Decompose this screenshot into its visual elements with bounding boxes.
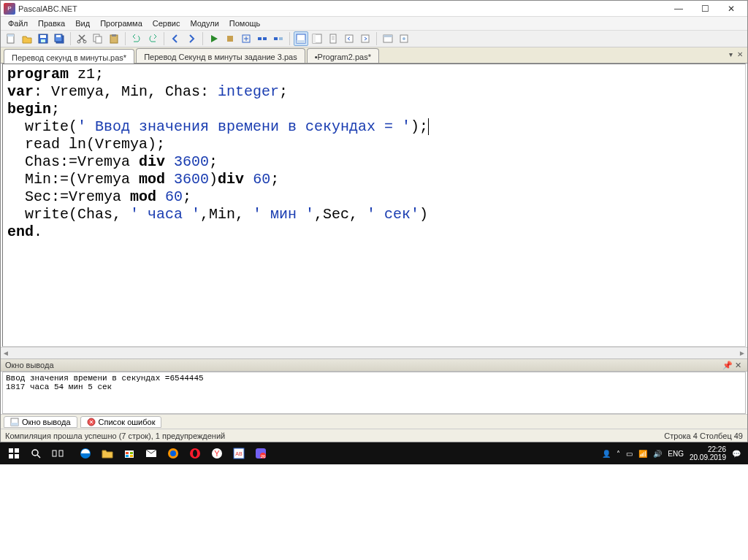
menu-view[interactable]: Вид xyxy=(71,18,94,28)
output-tab-icon xyxy=(10,418,19,426)
tab-label: Окно вывода xyxy=(22,418,71,426)
svg-point-30 xyxy=(402,37,405,40)
tab-dropdown-icon[interactable]: ▾ xyxy=(729,50,733,58)
tab-label: •Program2.pas* xyxy=(315,53,371,61)
menu-program[interactable]: Программа xyxy=(96,18,147,28)
minimize-button[interactable]: — xyxy=(665,1,692,16)
close-panel-icon[interactable]: ✕ xyxy=(733,361,743,370)
svg-point-38 xyxy=(32,450,38,456)
form-icon[interactable] xyxy=(381,31,395,46)
save-all-icon[interactable] xyxy=(52,31,66,46)
editor-hscrollbar[interactable]: ◄ ► xyxy=(1,347,747,358)
code-text: ,Sec, xyxy=(314,206,367,223)
output-line: 1817 часа 54 мин 5 сек xyxy=(6,383,112,391)
toolbar-divider xyxy=(164,32,164,45)
nav-forward-icon[interactable] xyxy=(184,31,199,46)
code-keyword: div xyxy=(218,171,244,188)
open-file-icon[interactable] xyxy=(20,31,34,46)
menu-edit[interactable]: Правка xyxy=(34,18,69,28)
maximize-button[interactable]: ☐ xyxy=(692,1,718,16)
tray-volume-icon[interactable]: 🔊 xyxy=(653,450,662,458)
tab-label: Перевод Секунд в минуты задание 3.pas xyxy=(144,53,297,61)
svg-rect-28 xyxy=(383,35,392,37)
output-panel-header[interactable]: Окно вывода 📌 ✕ xyxy=(1,358,747,372)
tray-battery-icon[interactable]: ▭ xyxy=(626,450,633,458)
tray-network-icon[interactable]: 📶 xyxy=(638,450,647,458)
designer-icon[interactable] xyxy=(397,31,411,46)
step-over-icon[interactable] xyxy=(255,31,270,46)
code-text: ) xyxy=(209,171,218,188)
status-message: Компиляция прошла успешно (7 строк), 1 п… xyxy=(5,431,225,440)
tab-errors[interactable]: Список ошибок xyxy=(80,416,162,428)
output-panel[interactable]: Ввод значения времени в секундах =654444… xyxy=(2,372,746,414)
code-text: : Vremya, Min, Chas: xyxy=(34,83,218,100)
nav-back-icon[interactable] xyxy=(168,31,183,46)
compile-icon[interactable] xyxy=(239,31,253,46)
taskbar-mail[interactable] xyxy=(140,442,162,464)
code-text xyxy=(156,188,165,205)
step-into-icon[interactable] xyxy=(271,31,286,46)
search-icon[interactable] xyxy=(25,442,47,464)
tab-file-3[interactable]: •Program2.pas* xyxy=(307,48,379,63)
close-window-button[interactable]: ✕ xyxy=(718,1,744,16)
task-view-icon[interactable] xyxy=(47,442,69,464)
tab-file-1[interactable]: Перевод секунд в минуты.pas* xyxy=(4,49,134,64)
code-text xyxy=(165,153,174,170)
tab-file-2[interactable]: Перевод Секунд в минуты задание 3.pas xyxy=(136,48,305,63)
scroll-left-icon[interactable]: ◄ xyxy=(2,349,9,357)
taskbar-store[interactable] xyxy=(118,442,140,464)
stop-icon[interactable] xyxy=(223,31,237,46)
taskbar-viber[interactable]: 26 xyxy=(250,442,272,464)
title-bar[interactable]: P PascalABC.NET — ☐ ✕ xyxy=(1,1,747,17)
copy-icon[interactable] xyxy=(91,31,105,46)
tab-output[interactable]: Окно вывода xyxy=(4,416,77,428)
toggle-output-icon[interactable] xyxy=(294,31,308,46)
paste-icon[interactable] xyxy=(107,31,121,46)
svg-rect-44 xyxy=(130,452,133,454)
svg-rect-35 xyxy=(15,448,19,453)
tray-clock[interactable]: 22:26 20.09.2019 xyxy=(690,445,726,461)
cut-icon[interactable] xyxy=(75,31,89,46)
page-icon[interactable] xyxy=(326,31,340,46)
output-line: Ввод значения времени в секундах =654444… xyxy=(6,374,204,383)
tray-notifications-icon[interactable]: 💬 xyxy=(732,450,741,458)
tray-language[interactable]: ENG xyxy=(668,450,684,458)
tab-close-icon[interactable]: ✕ xyxy=(737,50,743,58)
system-tray: 👤 ˄ ▭ 📶 🔊 ENG 22:26 20.09.2019 💬 xyxy=(602,445,745,461)
redo-icon[interactable] xyxy=(145,31,160,46)
code-text: ; xyxy=(270,171,279,188)
taskbar-opera[interactable] xyxy=(184,442,206,464)
menu-modules[interactable]: Модули xyxy=(186,18,223,28)
taskbar-divider xyxy=(69,442,75,464)
menu-service[interactable]: Сервис xyxy=(148,18,185,28)
taskbar-firefox[interactable] xyxy=(162,442,184,464)
toggle-panel2-icon[interactable] xyxy=(310,31,324,46)
clock-date: 20.09.2019 xyxy=(690,453,726,461)
taskbar-yandex[interactable]: Y xyxy=(206,442,228,464)
start-button[interactable] xyxy=(3,442,25,464)
text-cursor xyxy=(428,118,429,135)
taskbar-pascalabc[interactable]: AB xyxy=(228,442,250,464)
taskbar-edge[interactable] xyxy=(75,442,96,464)
save-icon[interactable] xyxy=(36,31,50,46)
taskbar-explorer[interactable] xyxy=(96,442,118,464)
tray-people-icon[interactable]: 👤 xyxy=(602,450,611,458)
code-text: ; xyxy=(209,153,218,170)
toolbar-divider xyxy=(202,32,203,45)
code-text: ; xyxy=(279,83,288,100)
run-icon[interactable] xyxy=(207,31,221,46)
new-file-icon[interactable] xyxy=(4,31,18,46)
menu-file[interactable]: Файл xyxy=(4,18,32,28)
scroll-right-icon[interactable]: ► xyxy=(739,349,746,357)
code-editor[interactable]: program z1; var: Vremya, Min, Chas: inte… xyxy=(2,64,746,347)
undo-icon[interactable] xyxy=(129,31,144,46)
windows-taskbar: Y AB 26 👤 ˄ ▭ 📶 🔊 ENG 22:26 20.09.2019 💬 xyxy=(0,442,748,464)
svg-rect-17 xyxy=(263,37,267,40)
tray-chevron-icon[interactable]: ˄ xyxy=(617,450,620,458)
prev-icon[interactable] xyxy=(342,31,356,46)
svg-rect-43 xyxy=(126,452,129,454)
code-keyword: mod xyxy=(130,188,156,205)
pin-icon[interactable]: 📌 xyxy=(722,361,733,370)
next-icon[interactable] xyxy=(358,31,373,46)
menu-help[interactable]: Помощь xyxy=(225,18,265,28)
